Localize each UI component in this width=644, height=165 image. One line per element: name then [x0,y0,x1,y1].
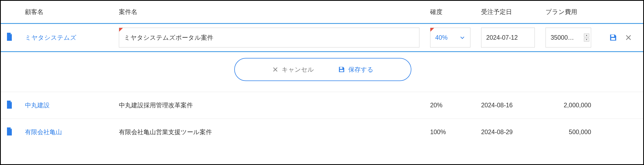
action-bar-row: キャンセル 保存する [1,52,644,92]
number-stepper: ▲ ▼ [584,34,589,42]
customer-link[interactable]: 有限会社亀山 [25,129,62,135]
step-up-button[interactable]: ▲ [584,34,589,37]
document-icon[interactable] [6,127,13,135]
editing-row: ミヤタシステムズ 40% [1,24,644,52]
project-name-input[interactable] [124,34,414,41]
records-table: 顧客名 案件名 確度 受注予定日 プラン費用 ミヤタシステムズ [1,1,644,146]
table-row: 有限会社亀山 有限会社亀山営業支援ツール案件 100% 2024-08-29 5… [1,119,644,146]
project-cell: 有限会社亀山営業支援ツール案件 [114,119,425,146]
customer-link[interactable]: ミヤタシステムズ [25,34,76,41]
close-icon [272,66,279,73]
save-row-button[interactable] [609,34,617,42]
header-customer: 顧客名 [20,1,114,24]
probability-select[interactable]: 40% [430,28,470,47]
edit-action-bar: キャンセル 保存する [234,58,411,81]
table-header: 顧客名 案件名 確度 受注予定日 プラン費用 [1,1,644,24]
expected-date-cell: 2024-08-29 [476,119,540,146]
header-project: 案件名 [114,1,425,24]
row-actions [602,34,639,42]
save-label: 保存する [348,65,374,74]
save-button[interactable]: 保存する [338,65,374,74]
required-marker-icon [119,28,123,32]
cancel-button[interactable]: キャンセル [272,65,314,74]
cancel-row-button[interactable] [625,34,632,41]
probability-cell: 20% [425,92,476,119]
svg-rect-3 [340,70,343,72]
header-expected-date: 受注予定日 [476,1,540,24]
document-icon[interactable] [6,101,13,109]
required-marker-icon [430,28,434,32]
step-down-button[interactable]: ▼ [584,38,589,42]
plan-cost-cell: 500,000 [540,119,597,146]
probability-cell: 100% [425,119,476,146]
expected-date-cell: 2024-08-16 [476,92,540,119]
chevron-down-icon [459,35,465,41]
cancel-label: キャンセル [282,65,314,74]
project-name-input-wrap [119,28,419,47]
header-probability: 確度 [425,1,476,24]
table-row: 中丸建設 中丸建設採用管理改革案件 20% 2024-08-16 2,000,0… [1,92,644,119]
document-icon[interactable] [6,33,13,41]
expected-date-input-wrap [481,28,535,47]
plan-cost-input-wrap: 35000… ▲ ▼ [546,28,591,47]
plan-cost-cell: 2,000,000 [540,92,597,119]
svg-rect-2 [340,67,343,69]
app-frame: 顧客名 案件名 確度 受注予定日 プラン費用 ミヤタシステムズ [0,0,644,165]
plan-cost-value: 35000… [551,34,584,41]
header-plan-cost: プラン費用 [540,1,597,24]
save-icon [338,66,345,73]
customer-link[interactable]: 中丸建設 [25,102,50,109]
svg-rect-1 [611,38,615,40]
expected-date-input[interactable] [486,34,530,41]
svg-rect-0 [611,35,614,37]
probability-value: 40% [435,34,448,41]
project-cell: 中丸建設採用管理改革案件 [114,92,425,119]
